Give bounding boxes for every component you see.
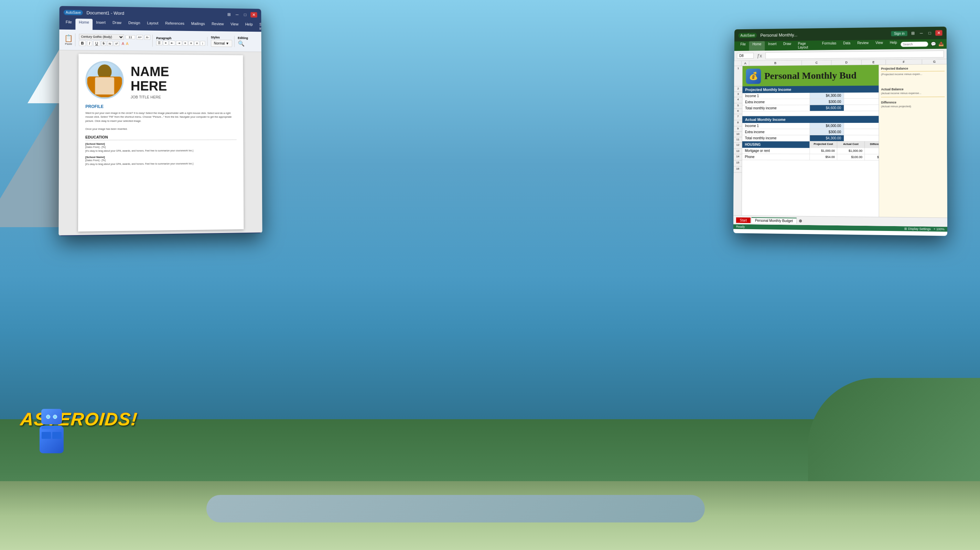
- subscript-button[interactable]: x₂: [107, 41, 113, 46]
- resume-header: NAMEHERE JOB TITLE HERE: [85, 61, 236, 99]
- editing-group: Editing 🔍: [235, 36, 250, 47]
- row-num-7: 7: [734, 114, 742, 120]
- excel-signin-button[interactable]: Sign in: [891, 30, 907, 36]
- word-tab-design[interactable]: Design: [125, 19, 143, 30]
- excel-comments-button[interactable]: 💬: [931, 41, 936, 47]
- indent-decrease-button[interactable]: ⇤: [169, 41, 175, 45]
- superscript-button[interactable]: x²: [114, 41, 119, 46]
- align-right-button[interactable]: ≡: [194, 41, 199, 45]
- word-minimize-button[interactable]: ─: [234, 12, 240, 17]
- excel-minimize-button[interactable]: ─: [918, 30, 924, 36]
- paragraph-group: Paragraph ☰ ≡ ⇤ ⇥ ≡ ≡ ≡ ↕: [154, 36, 207, 45]
- resume-name-section: NAMEHERE JOB TITLE HERE: [131, 61, 237, 99]
- font-size-input[interactable]: [126, 35, 135, 39]
- font-color-button[interactable]: A: [126, 41, 128, 46]
- difference-title: Difference: [881, 100, 945, 104]
- sheet-tab-start[interactable]: Start: [736, 217, 751, 223]
- mortgage-projected[interactable]: $1,000.00: [810, 148, 837, 154]
- excel-autosave: AutoSave: [738, 33, 757, 38]
- numbering-button[interactable]: ≡: [163, 40, 168, 45]
- strikethrough-button[interactable]: S̶: [101, 41, 106, 46]
- excel-tab-pagelayout[interactable]: Page Layout: [795, 41, 819, 50]
- excel-tab-review[interactable]: Review: [854, 40, 872, 49]
- excel-tab-draw[interactable]: Draw: [780, 41, 795, 51]
- word-icon-button[interactable]: ⊞: [226, 12, 232, 17]
- actual-balance-item: Actual Balance (Actual income minus expe…: [881, 88, 945, 97]
- col-header-D: D: [832, 60, 862, 65]
- total-projected-label: Total monthly income: [742, 105, 810, 111]
- excel-cell-ref[interactable]: D8: [737, 53, 754, 59]
- excel-icon-button[interactable]: ⊞: [910, 30, 916, 36]
- row-num-9: 9: [734, 126, 742, 132]
- projected-balance-item: Projected Balance (Projected income minu…: [881, 67, 945, 76]
- align-left-button[interactable]: ≡: [183, 41, 188, 45]
- align-center-button[interactable]: ≡: [188, 41, 194, 45]
- col-header-C: C: [802, 60, 831, 65]
- sheet-tab-budget[interactable]: Personal Monthly Budget: [751, 217, 797, 223]
- excel-window[interactable]: AutoSave Personal Monthly... Sign in ⊞ ─…: [733, 27, 947, 236]
- excel-share-button[interactable]: 📤: [938, 41, 943, 47]
- extra-income-value[interactable]: $300.00: [810, 99, 844, 105]
- excel-tab-home[interactable]: Home: [749, 41, 765, 51]
- robot-eye-right: [53, 415, 57, 419]
- add-sheet-button[interactable]: ⊕: [799, 218, 802, 223]
- phone-actual[interactable]: $100.00: [837, 154, 865, 160]
- increase-font-button[interactable]: A+: [137, 35, 143, 40]
- mortgage-label: Mortgage or rent: [742, 148, 810, 153]
- excel-formula-input[interactable]: [765, 50, 944, 59]
- paste-icon[interactable]: 📋: [64, 34, 73, 42]
- excel-search-input[interactable]: [900, 41, 928, 47]
- styles-selector[interactable]: Normal ▼: [211, 40, 232, 47]
- excel-tab-data[interactable]: Data: [840, 40, 854, 50]
- excel-tab-help[interactable]: Help: [886, 40, 900, 49]
- excel-maximize-button[interactable]: □: [927, 30, 932, 36]
- resume-school-1: [School Name] [Dates From] - [To] [It's …: [85, 142, 237, 153]
- word-tab-mailings[interactable]: Mailings: [188, 20, 208, 31]
- word-tab-home[interactable]: Home: [75, 19, 92, 30]
- total-actual-value[interactable]: $4,300.00: [810, 135, 844, 141]
- excel-tab-insert[interactable]: Insert: [765, 41, 780, 51]
- font-group: Century Gothic (Body) A+ A- B I U S̶ x₂ …: [77, 34, 153, 46]
- excel-tab-view[interactable]: View: [872, 40, 886, 49]
- excel-function-button[interactable]: ƒx: [757, 53, 762, 59]
- income1-value[interactable]: $4,300.00: [810, 92, 844, 99]
- excel-tab-formulas[interactable]: Formulas: [819, 40, 840, 50]
- excel-display-settings[interactable]: ⊞ Display Settings: [904, 227, 931, 231]
- actual-extra-label: Extra income: [742, 129, 810, 135]
- word-tab-draw[interactable]: Draw: [109, 19, 125, 30]
- phone-projected[interactable]: $54.00: [810, 154, 837, 160]
- word-tab-references[interactable]: References: [162, 20, 188, 31]
- word-window[interactable]: AutoSave Document1 - Word ⊞ ─ □ ✕ File H…: [59, 6, 262, 236]
- bold-button[interactable]: B: [79, 40, 86, 46]
- word-tab-insert[interactable]: Insert: [92, 19, 109, 30]
- robot-character: [34, 409, 69, 454]
- find-icon[interactable]: 🔍: [238, 40, 248, 47]
- underline-button[interactable]: U: [93, 41, 100, 46]
- word-tab-file[interactable]: File: [62, 19, 76, 30]
- word-close-button[interactable]: ✕: [250, 12, 257, 18]
- total-projected-value[interactable]: $4,600.00: [810, 105, 844, 111]
- word-tab-review[interactable]: Review: [208, 20, 227, 31]
- mortgage-actual[interactable]: $1,000.00: [837, 148, 865, 154]
- line-spacing-button[interactable]: ↕: [200, 41, 205, 45]
- excel-spreadsheet: 💰 Personal Monthly Bud Projected Balance…: [742, 64, 947, 225]
- word-tab-help[interactable]: Help: [242, 21, 256, 32]
- word-maximize-button[interactable]: □: [242, 12, 248, 18]
- decrease-font-button[interactable]: A-: [145, 35, 150, 40]
- resume-name: NAMEHERE: [131, 65, 236, 94]
- indent-increase-button[interactable]: ⇥: [176, 41, 182, 45]
- actual-income1-value[interactable]: $4,000.00: [810, 123, 844, 129]
- highlight-color-button[interactable]: A: [122, 41, 124, 46]
- excel-close-button[interactable]: ✕: [935, 30, 942, 35]
- italic-button[interactable]: I: [87, 41, 92, 46]
- row-num-14: 14: [734, 154, 741, 160]
- font-selector[interactable]: Century Gothic (Body): [79, 34, 124, 40]
- bullets-button[interactable]: ☰: [156, 40, 162, 45]
- word-tab-layout[interactable]: Layout: [143, 20, 162, 30]
- word-window-controls[interactable]: ⊞ ─ □ ✕: [226, 12, 257, 18]
- actual-income1-label: Income 1: [742, 123, 810, 129]
- excel-tab-file[interactable]: File: [737, 41, 749, 51]
- projected-balance-subtitle: (Projected income minus expen...: [881, 72, 945, 76]
- actual-extra-value[interactable]: $300.00: [810, 129, 844, 135]
- word-tab-view[interactable]: View: [227, 21, 242, 32]
